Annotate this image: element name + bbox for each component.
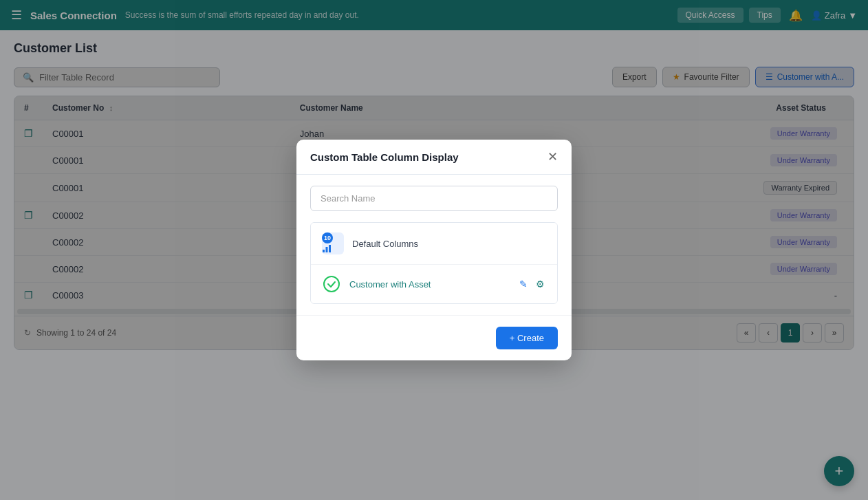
svg-rect-2 — [329, 245, 331, 252]
svg-rect-1 — [326, 247, 328, 252]
modal-body: 10 Default Columns — [296, 175, 572, 315]
default-columns-label: Default Columns — [352, 239, 546, 249]
active-check-icon — [322, 274, 341, 294]
modal-search-input[interactable] — [310, 186, 558, 211]
list-item[interactable]: 10 Default Columns — [311, 223, 557, 265]
create-button[interactable]: + Create — [496, 327, 558, 349]
modal-header: Custom Table Column Display ✕ — [296, 140, 572, 175]
column-list: 10 Default Columns — [310, 222, 558, 304]
modal-close-button[interactable]: ✕ — [547, 151, 558, 163]
svg-rect-0 — [323, 250, 325, 252]
list-item[interactable]: Customer with Asset ✎ ⚙ — [311, 265, 557, 303]
default-columns-icon: 10 — [322, 232, 344, 254]
svg-point-3 — [324, 276, 339, 292]
modal: Custom Table Column Display ✕ 10 — [296, 140, 572, 360]
modal-title: Custom Table Column Display — [310, 151, 459, 163]
edit-column-button[interactable]: ✎ — [518, 277, 529, 291]
customer-asset-label: Customer with Asset — [349, 279, 510, 290]
modal-overlay[interactable]: Custom Table Column Display ✕ 10 — [0, 0, 868, 361]
modal-footer: + Create — [296, 315, 572, 360]
column-item-actions: ✎ ⚙ — [518, 277, 546, 291]
settings-column-button[interactable]: ⚙ — [534, 277, 546, 291]
